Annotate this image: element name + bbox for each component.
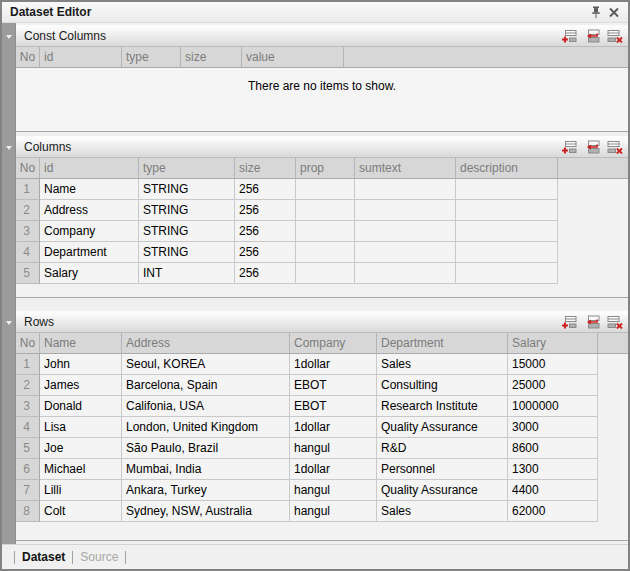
column-header-type[interactable]: type (139, 158, 235, 179)
cell-salary[interactable]: 1000000 (508, 396, 598, 417)
insert-row-button[interactable] (583, 139, 601, 155)
add-row-button[interactable] (560, 314, 578, 330)
cell-name[interactable]: Michael (40, 459, 122, 480)
cell-prop[interactable] (296, 179, 355, 200)
cell-company[interactable]: hangul (290, 501, 377, 522)
cell-id[interactable]: Name (40, 179, 139, 200)
row-number-cell[interactable]: 6 (16, 459, 40, 480)
cell-salary[interactable]: 25000 (508, 375, 598, 396)
row-number-cell[interactable]: 3 (16, 221, 40, 242)
cell-description[interactable] (456, 242, 558, 263)
insert-row-button[interactable] (583, 314, 601, 330)
delete-row-button[interactable] (606, 139, 624, 155)
column-header-no[interactable]: No (16, 333, 40, 354)
cell-description[interactable] (456, 221, 558, 242)
row-number-cell[interactable]: 4 (16, 242, 40, 263)
cell-description[interactable] (456, 263, 558, 284)
cell-name[interactable]: Donald (40, 396, 122, 417)
row-number-cell[interactable]: 8 (16, 501, 40, 522)
column-header-value[interactable]: value (242, 47, 344, 68)
row-number-cell[interactable]: 4 (16, 417, 40, 438)
cell-name[interactable]: Joe (40, 438, 122, 459)
cell-department[interactable]: Personnel (377, 459, 508, 480)
cell-salary[interactable]: 4400 (508, 480, 598, 501)
cell-salary[interactable]: 15000 (508, 354, 598, 375)
column-header-prop[interactable]: prop (296, 158, 355, 179)
row-number-cell[interactable]: 5 (16, 438, 40, 459)
cell-size[interactable]: 256 (235, 200, 296, 221)
cell-salary[interactable]: 3000 (508, 417, 598, 438)
column-header-salary[interactable]: Salary (508, 333, 598, 354)
row-number-cell[interactable]: 1 (16, 179, 40, 200)
add-row-button[interactable] (560, 28, 578, 44)
cell-id[interactable]: Salary (40, 263, 139, 284)
cell-type[interactable]: STRING (139, 200, 235, 221)
column-header-department[interactable]: Department (377, 333, 508, 354)
cell-company[interactable]: hangul (290, 438, 377, 459)
cell-name[interactable]: Colt (40, 501, 122, 522)
tab-source[interactable]: Source (80, 550, 118, 564)
cell-company[interactable]: EBOT (290, 396, 377, 417)
cell-description[interactable] (456, 200, 558, 221)
column-header-size[interactable]: size (235, 158, 296, 179)
cell-sumtext[interactable] (355, 242, 456, 263)
cell-department[interactable]: Quality Assurance (377, 417, 508, 438)
insert-row-button[interactable] (583, 28, 601, 44)
cell-department[interactable]: Sales (377, 501, 508, 522)
column-header-no[interactable]: No (16, 47, 40, 68)
column-header-size[interactable]: size (181, 47, 242, 68)
tab-dataset[interactable]: Dataset (22, 550, 65, 564)
column-header-description[interactable]: description (456, 158, 558, 179)
collapse-columns-button[interactable] (2, 137, 16, 159)
cell-department[interactable]: R&D (377, 438, 508, 459)
cell-id[interactable]: Address (40, 200, 139, 221)
cell-sumtext[interactable] (355, 200, 456, 221)
row-number-cell[interactable]: 5 (16, 263, 40, 284)
column-header-id[interactable]: id (40, 47, 122, 68)
cell-company[interactable]: hangul (290, 480, 377, 501)
cell-sumtext[interactable] (355, 221, 456, 242)
cell-type[interactable]: STRING (139, 179, 235, 200)
cell-company[interactable]: 1dollar (290, 417, 377, 438)
cell-name[interactable]: Lisa (40, 417, 122, 438)
collapse-const-columns-button[interactable] (2, 26, 16, 48)
cell-company[interactable]: 1dollar (290, 354, 377, 375)
cell-size[interactable]: 256 (235, 179, 296, 200)
column-header-name[interactable]: Name (40, 333, 122, 354)
cell-address[interactable]: São Paulo, Brazil (122, 438, 290, 459)
row-number-cell[interactable]: 1 (16, 354, 40, 375)
row-number-cell[interactable]: 3 (16, 396, 40, 417)
cell-name[interactable]: John (40, 354, 122, 375)
column-header-address[interactable]: Address (122, 333, 290, 354)
cell-department[interactable]: Sales (377, 354, 508, 375)
cell-id[interactable]: Department (40, 242, 139, 263)
close-button[interactable] (605, 4, 623, 20)
cell-sumtext[interactable] (355, 263, 456, 284)
add-row-button[interactable] (560, 139, 578, 155)
cell-name[interactable]: Lilli (40, 480, 122, 501)
cell-salary[interactable]: 1300 (508, 459, 598, 480)
column-header-company[interactable]: Company (290, 333, 377, 354)
row-number-cell[interactable]: 7 (16, 480, 40, 501)
cell-address[interactable]: Mumbai, India (122, 459, 290, 480)
cell-name[interactable]: James (40, 375, 122, 396)
column-header-type[interactable]: type (122, 47, 181, 68)
cell-size[interactable]: 256 (235, 221, 296, 242)
cell-department[interactable]: Research Institute (377, 396, 508, 417)
collapse-rows-button[interactable] (2, 312, 16, 334)
cell-prop[interactable] (296, 221, 355, 242)
column-header-sumtext[interactable]: sumtext (355, 158, 456, 179)
cell-salary[interactable]: 62000 (508, 501, 598, 522)
cell-address[interactable]: Seoul, KOREA (122, 354, 290, 375)
cell-salary[interactable]: 8600 (508, 438, 598, 459)
cell-sumtext[interactable] (355, 179, 456, 200)
cell-prop[interactable] (296, 242, 355, 263)
cell-address[interactable]: Califonia, USA (122, 396, 290, 417)
cell-size[interactable]: 256 (235, 242, 296, 263)
column-header-id[interactable]: id (40, 158, 139, 179)
cell-type[interactable]: STRING (139, 242, 235, 263)
cell-address[interactable]: Sydney, NSW, Australia (122, 501, 290, 522)
row-number-cell[interactable]: 2 (16, 200, 40, 221)
cell-size[interactable]: 256 (235, 263, 296, 284)
cell-type[interactable]: STRING (139, 221, 235, 242)
